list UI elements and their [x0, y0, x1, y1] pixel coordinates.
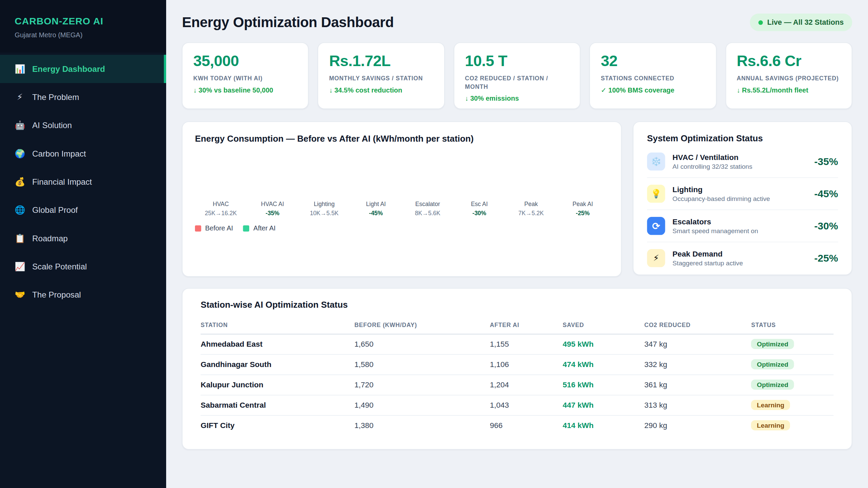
kpi-label: MONTHLY SAVINGS / STATION — [329, 74, 433, 82]
main-header: Energy Optimization Dashboard Live — All… — [182, 14, 852, 31]
saved-kwh: 447 kWh — [563, 395, 644, 415]
chart-tick: Escalator 8K→5.6K — [402, 201, 454, 217]
co2-reduced: 313 kg — [644, 395, 751, 415]
tick-label: HVAC — [195, 201, 247, 208]
chart-x-axis: HVAC 25K→16.2K HVAC AI -35% Lighting 10K… — [195, 201, 609, 217]
page-title: Energy Optimization Dashboard — [182, 14, 394, 30]
chart-tick: HVAC 25K→16.2K — [195, 201, 247, 217]
sidebar-item-label: Carbon Impact — [32, 149, 86, 158]
after-kwh: 966 — [490, 415, 563, 435]
sidebar-item-the-problem[interactable]: ⚡ The Problem — [0, 83, 166, 111]
clipboard-icon: 📋 — [15, 233, 25, 243]
sidebar-item-carbon-impact[interactable]: 🌍 Carbon Impact — [0, 140, 166, 168]
status-row-peak-demand: ⚡ Peak Demand Staggered startup active -… — [647, 242, 838, 274]
kpi-label: KWH TODAY (WITH AI) — [193, 74, 297, 82]
chart-up-icon: 📈 — [15, 262, 25, 272]
col-header-saved: SAVED — [563, 317, 644, 334]
table-row: Kalupur Junction 1,720 1,204 516 kWh 361… — [201, 375, 834, 395]
bar-chart-icon: 📊 — [15, 64, 25, 74]
system-status-title: System Optimization Status — [647, 133, 838, 143]
kpi-card-co2-reduced: 10.5 T CO2 REDUCED / STATION / MONTH ↓ 3… — [454, 42, 580, 109]
table-row: Ahmedabad East 1,650 1,155 495 kWh 347 k… — [201, 334, 834, 354]
station-name: Gandhinagar South — [201, 354, 355, 375]
tick-label: Peak — [505, 201, 557, 208]
sidebar: CARBON-ZERO AI Gujarat Metro (MEGA) 📊 En… — [0, 0, 166, 488]
saved-kwh: 474 kWh — [563, 354, 644, 375]
legend-label: After AI — [253, 224, 276, 232]
sidebar-item-scale-potential[interactable]: 📈 Scale Potential — [0, 252, 166, 281]
status-cell: Optimized — [751, 334, 834, 354]
co2-reduced: 347 kg — [644, 334, 751, 354]
table-header-row: STATION BEFORE (KWH/DAY) AFTER AI SAVED … — [201, 317, 834, 334]
tick-sublabel: 10K→5.5K — [298, 209, 350, 217]
legend-label: Before AI — [205, 224, 233, 232]
station-name: Ahmedabad East — [201, 334, 355, 354]
tick-label: Peak AI — [557, 201, 609, 208]
status-text: HVAC / Ventilation AI controlling 32/32 … — [672, 153, 752, 170]
status-value: -25% — [814, 252, 838, 264]
status-value: -35% — [814, 156, 838, 167]
legend-after-ai: After AI — [243, 224, 276, 232]
before-kwh: 1,380 — [354, 415, 490, 435]
saved-kwh: 516 kWh — [563, 375, 644, 395]
tick-label: Escalator — [402, 201, 454, 208]
screen: CARBON-ZERO AI Gujarat Metro (MEGA) 📊 En… — [0, 0, 868, 488]
chart-tick: HVAC AI -35% — [247, 201, 299, 217]
app-subtitle: Gujarat Metro (MEGA) — [15, 31, 151, 39]
table-row: Gandhinagar South 1,580 1,106 474 kWh 33… — [201, 354, 834, 375]
robot-icon: 🤖 — [15, 120, 25, 130]
kpi-delta: ✓ 100% BMS coverage — [601, 86, 705, 94]
kpi-value: 35,000 — [193, 53, 297, 70]
system-status-rows: ❄️ HVAC / Ventilation AI controlling 32/… — [647, 146, 838, 274]
sidebar-item-roadmap[interactable]: 📋 Roadmap — [0, 224, 166, 252]
logo-block: CARBON-ZERO AI Gujarat Metro (MEGA) — [0, 0, 166, 53]
col-header-status: STATUS — [751, 317, 834, 334]
tick-label: Esc AI — [454, 201, 506, 208]
saved-kwh: 495 kWh — [563, 334, 644, 354]
before-ai-swatch-icon — [195, 225, 201, 231]
before-kwh: 1,720 — [354, 375, 490, 395]
handshake-icon: 🤝 — [15, 290, 25, 300]
kpi-card-stations-connected: 32 STATIONS CONNECTED ✓ 100% BMS coverag… — [590, 42, 716, 109]
after-kwh: 1,155 — [490, 334, 563, 354]
status-badge: Learning — [751, 400, 790, 410]
sidebar-item-ai-solution[interactable]: 🤖 AI Solution — [0, 111, 166, 139]
refresh-arrows-icon: ⟳ — [647, 217, 665, 235]
status-name: Lighting — [672, 185, 770, 194]
chart-tick: Peak 7K→5.2K — [505, 201, 557, 217]
before-kwh: 1,490 — [354, 395, 490, 415]
tick-sublabel: -25% — [557, 209, 609, 217]
sidebar-nav: 📊 Energy Dashboard ⚡ The Problem 🤖 AI So… — [0, 55, 166, 309]
status-desc: Staggered startup active — [672, 260, 743, 267]
sidebar-item-global-proof[interactable]: 🌐 Global Proof — [0, 196, 166, 224]
sidebar-item-label: Scale Potential — [32, 262, 87, 271]
chart-title: Energy Consumption — Before vs After AI … — [195, 134, 609, 144]
status-cell: Learning — [751, 395, 834, 415]
status-row-escalators: ⟳ Escalators Smart speed management on -… — [647, 210, 838, 242]
sidebar-item-energy-dashboard[interactable]: 📊 Energy Dashboard — [0, 55, 166, 83]
station-name: Kalupur Junction — [201, 375, 355, 395]
system-optimization-status-card: System Optimization Status ❄️ HVAC / Ven… — [633, 121, 852, 275]
before-kwh: 1,650 — [354, 334, 490, 354]
status-text: Escalators Smart speed management on — [672, 218, 758, 235]
co2-reduced: 332 kg — [644, 354, 751, 375]
status-cell: Learning — [751, 415, 834, 435]
col-header-after: AFTER AI — [490, 317, 563, 334]
kpi-delta: ↓ 30% vs baseline 50,000 — [193, 86, 297, 94]
status-cell: Optimized — [751, 375, 834, 395]
sidebar-item-the-proposal[interactable]: 🤝 The Proposal — [0, 281, 166, 309]
sidebar-item-label: The Problem — [32, 93, 79, 102]
kpi-value: 10.5 T — [465, 53, 569, 70]
kpi-value: Rs.6.6 Cr — [737, 53, 841, 70]
live-dot-icon — [758, 20, 763, 24]
col-header-co2: CO2 REDUCED — [644, 317, 751, 334]
kpi-label: STATIONS CONNECTED — [601, 74, 705, 82]
sidebar-item-financial-impact[interactable]: 💰 Financial Impact — [0, 168, 166, 196]
tick-label: HVAC AI — [247, 201, 299, 208]
status-name: Peak Demand — [672, 250, 743, 258]
chart-tick: Lighting 10K→5.5K — [298, 201, 350, 217]
station-table-card: Station-wise AI Optimization Status STAT… — [182, 288, 852, 450]
kpi-label: ANNUAL SAVINGS (PROJECTED) — [737, 74, 841, 82]
chart-tick: Esc AI -30% — [454, 201, 506, 217]
tick-label: Light AI — [350, 201, 402, 208]
